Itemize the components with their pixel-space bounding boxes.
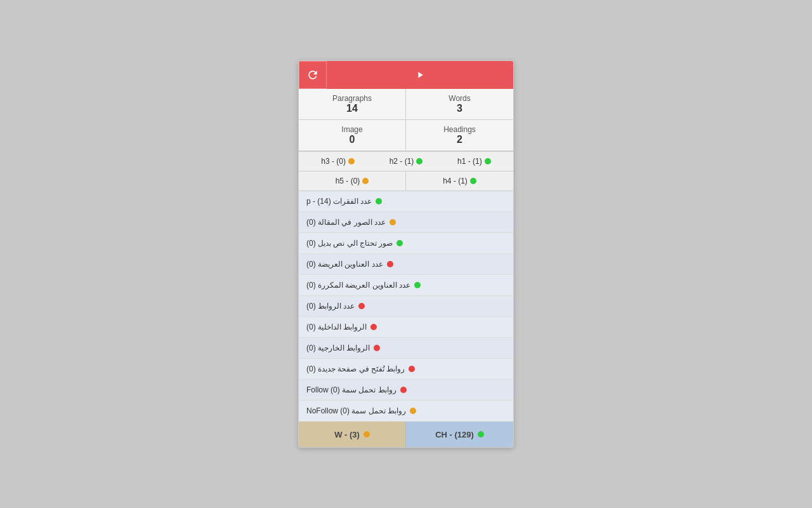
h3-label: h3 - (0) bbox=[321, 157, 346, 166]
bottom-words-label: W - (3) bbox=[334, 430, 360, 439]
info-dot-1 bbox=[390, 219, 396, 225]
info-dot-5 bbox=[358, 303, 365, 309]
info-text-4: عدد العناوين العريضة المكررة (0) bbox=[306, 281, 410, 290]
bottom-row: W - (3) CH - (129) bbox=[299, 422, 513, 447]
play-icon bbox=[415, 70, 425, 80]
header bbox=[299, 61, 513, 89]
info-dot-7 bbox=[374, 345, 380, 351]
info-text-8: روابط تُفتَح في صفحة جديدة (0) bbox=[306, 364, 405, 373]
stat-words-value: 3 bbox=[412, 103, 507, 114]
stat-words: Words 3 bbox=[406, 89, 513, 120]
stat-image: Image 0 bbox=[299, 120, 406, 151]
info-text-2: صور تحتاج الي نص بديل (0) bbox=[306, 239, 393, 248]
h3-dot bbox=[348, 158, 355, 164]
stat-paragraphs-label: Paragraphs bbox=[305, 94, 399, 103]
info-dot-10 bbox=[410, 408, 416, 414]
stat-words-label: Words bbox=[412, 94, 507, 103]
info-row-7: الروابط الخارجية (0) bbox=[299, 338, 513, 359]
info-text-0: عدد الفقرات (14) - p bbox=[306, 197, 372, 206]
h2-dot bbox=[416, 158, 422, 164]
refresh-icon bbox=[306, 69, 319, 81]
info-dot-3 bbox=[387, 261, 393, 267]
info-text-6: الروابط الداخلية (0) bbox=[306, 323, 367, 331]
h4-badge: h4 - (1) bbox=[406, 171, 513, 190]
stat-paragraphs: Paragraphs 14 bbox=[299, 89, 406, 120]
info-dot-9 bbox=[400, 387, 407, 393]
info-text-9: روابط تحمل سمة Follow (0) bbox=[306, 385, 396, 394]
info-row-2: صور تحتاج الي نص بديل (0) bbox=[299, 233, 513, 254]
h3-badge: h3 - (0) bbox=[321, 157, 355, 166]
main-panel: Paragraphs 14 Words 3 Image 0 Headings 2… bbox=[298, 60, 514, 448]
h4-dot bbox=[470, 178, 476, 184]
h5-dot bbox=[362, 178, 369, 184]
info-rows: عدد الفقرات (14) - pعدد الصور في المقالة… bbox=[299, 191, 513, 422]
h1-dot bbox=[485, 158, 491, 164]
h5-badge: h5 - (0) bbox=[299, 171, 406, 190]
stat-paragraphs-value: 14 bbox=[305, 103, 399, 114]
bottom-words: W - (3) bbox=[299, 422, 406, 447]
bottom-chars-dot bbox=[478, 431, 484, 438]
info-text-1: عدد الصور في المقالة (0) bbox=[306, 218, 386, 227]
info-text-7: الروابط الخارجية (0) bbox=[306, 344, 370, 352]
h1-label: h1 - (1) bbox=[457, 157, 482, 166]
h2-label: h2 - (1) bbox=[390, 157, 414, 166]
heading-badges-row1: h3 - (0) h2 - (1) h1 - (1) bbox=[299, 152, 513, 171]
info-text-5: عدد الروابط (0) bbox=[306, 302, 355, 311]
h1-badge: h1 - (1) bbox=[457, 157, 491, 166]
stat-headings: Headings 2 bbox=[406, 120, 513, 151]
heading-badges-row2: h5 - (0) h4 - (1) bbox=[299, 171, 513, 191]
stat-headings-value: 2 bbox=[412, 134, 507, 145]
bottom-chars: CH - (129) bbox=[406, 422, 513, 447]
info-text-10: روابط تحمل سمة NoFollow (0) bbox=[306, 406, 406, 415]
info-dot-6 bbox=[370, 324, 377, 330]
info-row-6: الروابط الداخلية (0) bbox=[299, 317, 513, 338]
header-bar bbox=[327, 61, 513, 89]
info-row-0: عدد الفقرات (14) - p bbox=[299, 191, 513, 212]
info-row-5: عدد الروابط (0) bbox=[299, 296, 513, 317]
stat-image-value: 0 bbox=[305, 134, 399, 145]
info-row-8: روابط تُفتَح في صفحة جديدة (0) bbox=[299, 359, 513, 380]
stat-headings-label: Headings bbox=[412, 125, 507, 134]
info-dot-4 bbox=[414, 282, 421, 288]
bottom-words-dot bbox=[363, 431, 370, 438]
h5-label: h5 - (0) bbox=[336, 177, 360, 185]
info-row-3: عدد العناوين العريضة (0) bbox=[299, 254, 513, 275]
info-dot-2 bbox=[396, 240, 403, 246]
info-dot-0 bbox=[376, 198, 382, 204]
info-dot-8 bbox=[409, 366, 415, 372]
info-text-3: عدد العناوين العريضة (0) bbox=[306, 260, 383, 269]
info-row-1: عدد الصور في المقالة (0) bbox=[299, 212, 513, 233]
bottom-chars-label: CH - (129) bbox=[435, 430, 474, 439]
refresh-button[interactable] bbox=[299, 61, 327, 89]
info-row-10: روابط تحمل سمة NoFollow (0) bbox=[299, 401, 513, 422]
info-row-9: روابط تحمل سمة Follow (0) bbox=[299, 380, 513, 401]
h4-label: h4 - (1) bbox=[443, 177, 468, 185]
stats-grid: Paragraphs 14 Words 3 Image 0 Headings 2 bbox=[299, 89, 513, 152]
h2-badge: h2 - (1) bbox=[390, 157, 423, 166]
info-row-4: عدد العناوين العريضة المكررة (0) bbox=[299, 275, 513, 296]
stat-image-label: Image bbox=[305, 125, 399, 134]
